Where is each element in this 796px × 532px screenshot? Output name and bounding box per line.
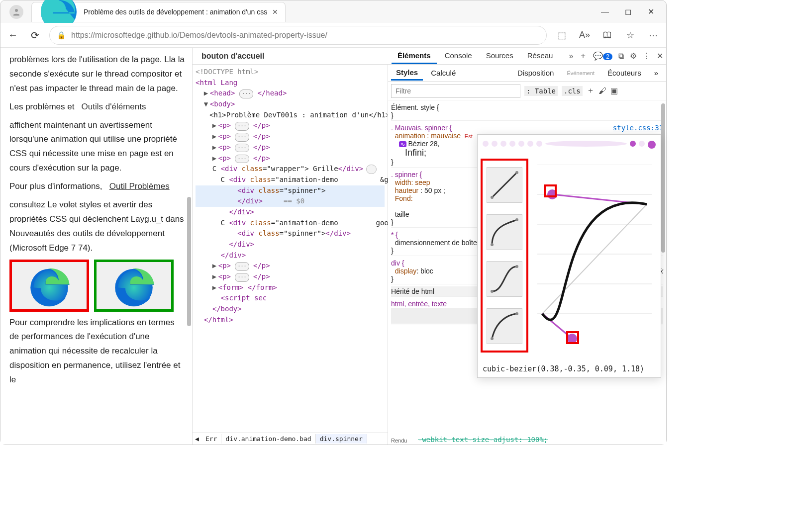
svg-point-4: [491, 196, 494, 199]
tab-title: Problème des outils de développement : a…: [84, 8, 267, 16]
bezier-preview-track: [483, 139, 656, 154]
bezier-handle-highlight: [544, 184, 557, 197]
page-paragraph: Pour comprendre les implications en term…: [9, 316, 186, 387]
bezier-editor[interactable]: cubic-bezier(0.38,-0.35, 0.09, 1.18): [477, 134, 661, 378]
elements-tool-text: Outils d'éléments: [82, 102, 146, 111]
page-scrollbar[interactable]: [187, 197, 191, 326]
logo-red-box: [9, 260, 89, 312]
bezier-preset-group: [481, 159, 528, 353]
text-size-icon[interactable]: A»: [577, 30, 593, 40]
tab-network[interactable]: Réseau: [521, 48, 559, 64]
device-icon[interactable]: ⧉: [618, 52, 624, 61]
kebab-icon[interactable]: ⋮: [643, 51, 651, 61]
url-bar[interactable]: 🔒 https://microsoftedge.github.io/Demos/…: [49, 26, 547, 45]
pane-dock-icon[interactable]: ▣: [610, 86, 618, 95]
favorite-icon[interactable]: ☆: [622, 30, 638, 41]
svg-point-8: [491, 290, 494, 293]
svg-point-0: [15, 9, 18, 12]
toggle-cls[interactable]: .cls: [562, 86, 583, 96]
bezier-preset[interactable]: [487, 308, 522, 344]
read-aloud-icon[interactable]: 🕮: [599, 30, 615, 40]
edge-logo-icon: [27, 263, 72, 308]
tab-sources[interactable]: Sources: [480, 48, 519, 64]
bezier-preset[interactable]: [487, 261, 522, 297]
styles-filter-input[interactable]: [391, 84, 520, 98]
svg-point-9: [515, 265, 518, 268]
dom-tree[interactable]: <!DOCTYPE html> <html Lang ▶<head> ··· <…: [193, 65, 388, 444]
window-minimize-button[interactable]: [594, 4, 616, 20]
svg-point-6: [491, 243, 494, 246]
more-icon[interactable]: ⋯: [645, 30, 661, 41]
new-style-icon[interactable]: ＋: [587, 86, 595, 96]
issues-tool-link[interactable]: Outil Problèmes: [109, 181, 170, 191]
brush-icon[interactable]: 🖌: [598, 87, 606, 95]
tab-elements[interactable]: Éléments: [392, 48, 437, 64]
tab-styles[interactable]: Styles: [391, 66, 423, 81]
tab-listeners[interactable]: Écouteurs: [602, 66, 646, 80]
page-paragraph: affichent maintenant un avertissement lo…: [9, 118, 186, 176]
profile-avatar[interactable]: [9, 5, 23, 19]
styles-pane: Styles Calculé Disposition Événement Éco…: [388, 65, 666, 444]
window-close-button[interactable]: [639, 4, 662, 20]
tab-layout[interactable]: Disposition: [512, 66, 559, 80]
bezier-handle-highlight: [566, 331, 579, 344]
new-tab-icon[interactable]: ＋: [579, 51, 587, 61]
page-paragraph: Pour plus d'informations, Outil Problème…: [9, 179, 186, 194]
lock-icon: 🔒: [57, 31, 66, 40]
styles-scrollbar[interactable]: [661, 103, 665, 253]
settings-icon[interactable]: ⚙: [630, 51, 637, 61]
tab-computed[interactable]: Calculé: [426, 66, 461, 80]
browser-toolbar: ← ⟳ 🔒 https://microsoftedge.github.io/De…: [0, 23, 666, 48]
browser-tab[interactable]: Problème des outils de développement : a…: [31, 2, 286, 22]
close-devtools-icon[interactable]: ✕: [657, 51, 663, 61]
url-text: https://microsoftedge.github.io/Demos/de…: [71, 31, 327, 40]
toggle-table[interactable]: : Table: [524, 86, 558, 96]
more-tabs-icon[interactable]: »: [649, 66, 663, 80]
source-link[interactable]: style.css:31: [613, 124, 663, 132]
svg-point-7: [515, 218, 518, 221]
tab-console[interactable]: Console: [439, 48, 478, 64]
bezier-formula: cubic-bezier(0.38,-0.35, 0.09, 1.18): [483, 364, 644, 373]
more-tabs-icon[interactable]: »: [569, 52, 573, 61]
page-paragraph: Les problèmes et Outils d'éléments: [9, 100, 186, 114]
logo-green-box: [94, 260, 174, 312]
tab-close-icon[interactable]: ✕: [272, 8, 278, 16]
bezier-preset[interactable]: [487, 167, 522, 203]
svg-point-10: [491, 337, 494, 340]
titlebar: Problème des outils de développement : a…: [0, 0, 666, 23]
devtools-panel: bouton d'accueil Éléments Console Source…: [192, 48, 666, 444]
page-paragraph: consultez Le volet styles et avertir des…: [9, 198, 186, 256]
page-content: problèmes lors de l'utilisation de la pa…: [0, 48, 192, 444]
bezier-preset[interactable]: [487, 214, 522, 250]
app-icon[interactable]: ⬚: [554, 30, 570, 41]
window-maximize-button[interactable]: [616, 4, 639, 20]
page-paragraph: problèmes lors de l'utilisation de la pa…: [9, 53, 186, 96]
issues-icon[interactable]: 💬2: [593, 51, 612, 61]
back-button[interactable]: ←: [5, 29, 20, 41]
svg-point-5: [515, 171, 518, 174]
devtools-title: bouton d'accueil: [196, 52, 270, 61]
refresh-button[interactable]: ⟳: [27, 29, 42, 41]
tab-event[interactable]: Événement: [562, 68, 599, 79]
svg-point-11: [515, 312, 518, 315]
dom-breadcrumbs[interactable]: ◀ Err div.animation-demo.bad div.spinner: [193, 433, 388, 444]
svg-line-18: [542, 204, 647, 314]
edge-logo-icon: [111, 263, 156, 308]
